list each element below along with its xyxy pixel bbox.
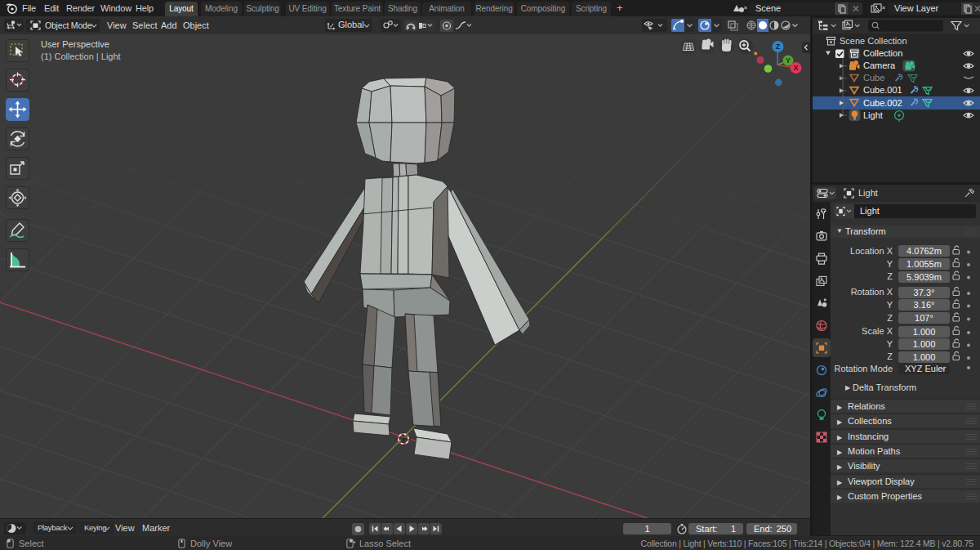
svg-text:Y: Y — [786, 56, 791, 65]
svg-text:Z: Z — [776, 42, 781, 51]
svg-text:X: X — [793, 64, 798, 72]
